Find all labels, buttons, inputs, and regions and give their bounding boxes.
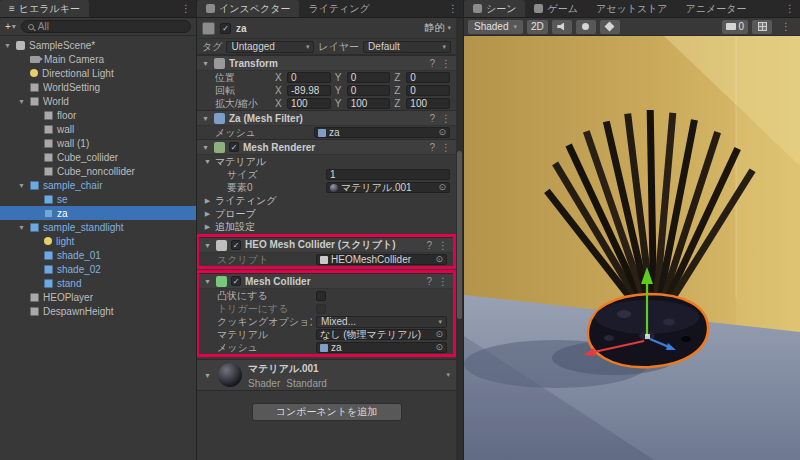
mesh-filter-header[interactable]: ▼ Za (Mesh Filter) ? ⋮ bbox=[197, 110, 456, 126]
audio-toggle-button[interactable] bbox=[552, 20, 572, 34]
hierarchy-item-worldsetting[interactable]: WorldSetting bbox=[0, 80, 196, 94]
lighting-foldout[interactable]: ▶ ライティング bbox=[197, 194, 456, 207]
tab-game[interactable]: ゲーム bbox=[525, 0, 586, 17]
scene-viewport[interactable] bbox=[464, 36, 800, 460]
mesh-collider-header[interactable]: ▼ ✓ Mesh Collider ? ⋮ bbox=[199, 273, 453, 289]
tab-hierarchy[interactable]: ≡ ヒエラルキー bbox=[0, 0, 89, 17]
help-icon[interactable]: ? bbox=[425, 240, 433, 251]
enabled-checkbox[interactable]: ✓ bbox=[231, 240, 241, 250]
hierarchy-item-stand[interactable]: stand bbox=[0, 276, 196, 290]
hierarchy-item-directional-light[interactable]: Directional Light bbox=[0, 66, 196, 80]
tab-lighting[interactable]: ライティング bbox=[299, 0, 378, 17]
position-x-field[interactable]: 0 bbox=[287, 72, 331, 83]
kebab-menu-icon[interactable]: ⋮ bbox=[780, 3, 800, 14]
material-preview-bar[interactable]: ▼ マテリアル.001 Shader Standard ▾ bbox=[197, 359, 456, 391]
foldout-arrow-icon[interactable]: ▼ bbox=[3, 42, 12, 49]
hierarchy-item-za-selected[interactable]: za bbox=[0, 206, 196, 220]
transform-header[interactable]: ▼ Transform ? ⋮ bbox=[197, 55, 456, 71]
layer-dropdown[interactable]: Default ▾ bbox=[363, 41, 451, 53]
scale-z-field[interactable]: 100 bbox=[406, 98, 450, 109]
scale-y-field[interactable]: 100 bbox=[347, 98, 391, 109]
mesh-renderer-header[interactable]: ▼ ✓ Mesh Renderer ? ⋮ bbox=[197, 139, 456, 155]
object-picker-icon[interactable]: ⊙ bbox=[435, 343, 443, 352]
shading-mode-dropdown[interactable]: Shaded ▾ bbox=[468, 20, 523, 34]
rotation-z-field[interactable]: 0 bbox=[406, 85, 450, 96]
shader-dropdown[interactable]: Standard bbox=[286, 378, 327, 389]
static-dropdown[interactable]: 静的 ▾ bbox=[424, 21, 451, 35]
heo-mesh-collider-header[interactable]: ▼ ✓ HEO Mesh Collider (スクリプト) ? ⋮ bbox=[199, 237, 453, 253]
kebab-menu-icon[interactable]: ⋮ bbox=[443, 3, 463, 14]
foldout-arrow-icon[interactable]: ▼ bbox=[203, 242, 212, 249]
hierarchy-item-cube-noncollider[interactable]: Cube_noncollider bbox=[0, 164, 196, 178]
is-trigger-checkbox[interactable] bbox=[316, 304, 326, 314]
element0-object-field[interactable]: マテリアル.001 ⊙ bbox=[326, 182, 450, 193]
hierarchy-item-despawnheight[interactable]: DespawnHeight bbox=[0, 304, 196, 318]
hierarchy-item-heoplayer[interactable]: HEOPlayer bbox=[0, 290, 196, 304]
scrollbar-thumb[interactable] bbox=[457, 151, 462, 319]
size-field[interactable]: 1 bbox=[326, 169, 450, 180]
materials-foldout[interactable]: ▼ マテリアル bbox=[197, 155, 456, 168]
hierarchy-item-cube-collider[interactable]: Cube_collider bbox=[0, 150, 196, 164]
hierarchy-item-floor[interactable]: floor bbox=[0, 108, 196, 122]
hierarchy-item-scene[interactable]: ▼ SampleScene* bbox=[0, 38, 196, 52]
create-object-button[interactable]: + ▾ bbox=[5, 21, 16, 32]
foldout-arrow-icon[interactable]: ▼ bbox=[201, 144, 210, 151]
hierarchy-item-world[interactable]: ▼ World bbox=[0, 94, 196, 108]
foldout-arrow-icon[interactable]: ▼ bbox=[17, 224, 26, 231]
hierarchy-item-main-camera[interactable]: Main Camera bbox=[0, 52, 196, 66]
help-icon[interactable]: ? bbox=[428, 58, 436, 69]
hierarchy-search-input[interactable]: All bbox=[21, 20, 191, 33]
convex-checkbox[interactable] bbox=[316, 291, 326, 301]
2d-toggle-button[interactable]: 2D bbox=[527, 20, 548, 34]
active-checkbox[interactable]: ✓ bbox=[220, 23, 231, 34]
scale-x-field[interactable]: 100 bbox=[287, 98, 331, 109]
kebab-menu-icon[interactable]: ⋮ bbox=[440, 142, 452, 153]
hierarchy-item-sample-chair[interactable]: ▼ sample_chair bbox=[0, 178, 196, 192]
tab-animator[interactable]: アニメーター bbox=[677, 0, 756, 17]
help-icon[interactable]: ? bbox=[428, 113, 436, 124]
enabled-checkbox[interactable]: ✓ bbox=[229, 142, 239, 152]
hierarchy-item-shade-01[interactable]: shade_01 bbox=[0, 248, 196, 262]
gizmos-button[interactable] bbox=[752, 20, 772, 34]
kebab-menu-icon[interactable]: ⋮ bbox=[440, 58, 452, 69]
kebab-menu-icon[interactable]: ⋮ bbox=[440, 113, 452, 124]
hierarchy-item-light[interactable]: light bbox=[0, 234, 196, 248]
add-component-button[interactable]: コンポーネントを追加 bbox=[252, 403, 402, 421]
foldout-arrow-icon[interactable]: ▼ bbox=[203, 372, 212, 379]
mesh-object-field[interactable]: za ⊙ bbox=[314, 127, 450, 138]
rotation-y-field[interactable]: 0 bbox=[347, 85, 391, 96]
foldout-arrow-icon[interactable]: ▼ bbox=[201, 60, 210, 67]
foldout-arrow-icon[interactable]: ▼ bbox=[203, 278, 212, 285]
script-object-field[interactable]: HEOMeshCollider ⊙ bbox=[316, 254, 447, 265]
hierarchy-item-se[interactable]: se bbox=[0, 192, 196, 206]
hierarchy-item-sample-standlight[interactable]: ▼ sample_standlight bbox=[0, 220, 196, 234]
object-picker-icon[interactable]: ⊙ bbox=[435, 255, 443, 264]
tab-scene[interactable]: シーン bbox=[464, 0, 525, 17]
inspector-scrollbar[interactable] bbox=[456, 18, 463, 460]
help-icon[interactable]: ? bbox=[428, 142, 436, 153]
physic-material-object-field[interactable]: なし (物理マテリアル) ⊙ bbox=[316, 329, 447, 340]
collider-mesh-object-field[interactable]: za ⊙ bbox=[316, 342, 447, 353]
foldout-arrow-icon[interactable]: ▼ bbox=[17, 98, 26, 105]
kebab-menu-icon[interactable]: ⋮ bbox=[437, 240, 449, 251]
probes-foldout[interactable]: ▶ プローブ bbox=[197, 207, 456, 220]
hierarchy-item-wall-1[interactable]: wall (1) bbox=[0, 136, 196, 150]
tab-asset-store[interactable]: アセットストア bbox=[587, 0, 677, 17]
kebab-menu-icon[interactable]: ⋮ bbox=[176, 3, 196, 14]
effects-toggle-button[interactable] bbox=[600, 20, 620, 34]
object-picker-icon[interactable]: ⊙ bbox=[435, 330, 443, 339]
foldout-arrow-icon[interactable]: ▼ bbox=[17, 182, 26, 189]
kebab-menu-icon[interactable]: ⋮ bbox=[437, 276, 449, 287]
hierarchy-item-shade-02[interactable]: shade_02 bbox=[0, 262, 196, 276]
tag-dropdown[interactable]: Untagged ▾ bbox=[226, 41, 314, 53]
position-y-field[interactable]: 0 bbox=[347, 72, 391, 83]
kebab-menu-icon[interactable]: ⋮ bbox=[776, 21, 796, 32]
object-picker-icon[interactable]: ⊙ bbox=[438, 128, 446, 137]
position-z-field[interactable]: 0 bbox=[406, 72, 450, 83]
additional-settings-foldout[interactable]: ▶ 追加設定 bbox=[197, 220, 456, 233]
camera-preview-button[interactable]: 0 bbox=[722, 20, 748, 34]
lighting-toggle-button[interactable] bbox=[576, 20, 596, 34]
help-icon[interactable]: ? bbox=[425, 276, 433, 287]
object-name-field[interactable]: za bbox=[236, 23, 419, 34]
tab-inspector[interactable]: インスペクター bbox=[197, 0, 299, 17]
